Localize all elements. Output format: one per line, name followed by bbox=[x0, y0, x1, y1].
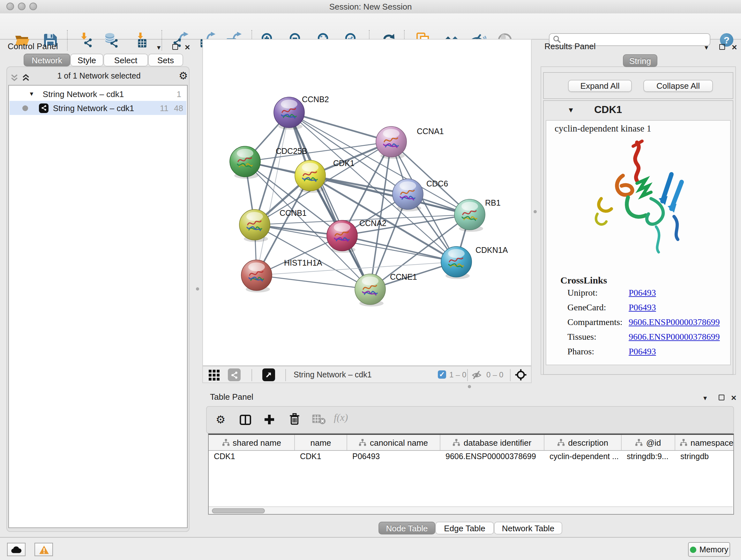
column-header[interactable]: name bbox=[295, 435, 347, 450]
network-edge bbox=[342, 236, 456, 262]
network-options-gear-icon[interactable]: ⚙ bbox=[179, 70, 188, 82]
column-header[interactable]: database identifier bbox=[441, 435, 544, 450]
column-header[interactable]: canonical name bbox=[347, 435, 441, 450]
bottom-splitter-handle[interactable] bbox=[468, 385, 471, 388]
table-panel-float-icon[interactable] bbox=[719, 395, 724, 400]
network-row-selected[interactable]: String Network – cdk1 11 48 bbox=[10, 101, 186, 115]
function-builder-icon[interactable]: f(x) bbox=[334, 412, 348, 423]
show-columns-icon[interactable] bbox=[239, 413, 252, 429]
tab-network-table[interactable]: Network Table bbox=[494, 522, 562, 535]
selected-nodes-checkbox-icon[interactable]: ✓ bbox=[438, 370, 446, 379]
network-node-label: HIST1H1A bbox=[284, 258, 322, 267]
column-header[interactable]: @id bbox=[622, 435, 675, 450]
cell-shared-name[interactable]: CDK1 bbox=[209, 451, 295, 462]
network-edge bbox=[257, 275, 370, 289]
results-panel-close-icon[interactable]: ✕ bbox=[731, 44, 737, 51]
cell-database-identifier[interactable]: 9606.ENSP00000378699 bbox=[441, 451, 544, 462]
network-node-label: RB1 bbox=[485, 198, 501, 207]
results-panel-float-icon[interactable] bbox=[719, 44, 725, 50]
import-network-from-database-icon[interactable] bbox=[104, 32, 120, 49]
network-selection-summary: 1 of 1 Network selected bbox=[38, 71, 159, 80]
delete-column-trash-icon[interactable] bbox=[288, 413, 300, 428]
fit-selection-crosshair-icon[interactable] bbox=[515, 368, 527, 384]
cell-name[interactable]: CDK1 bbox=[295, 451, 347, 462]
crosslink-label: Tissues: bbox=[567, 332, 596, 342]
expand-all-networks-icon[interactable] bbox=[22, 73, 30, 84]
crosslink-link[interactable]: 9606.ENSP00000378699 bbox=[629, 332, 720, 342]
network-node-label: CCNA1 bbox=[417, 127, 444, 136]
tab-node-table[interactable]: Node Table bbox=[379, 522, 435, 535]
import-network-from-file-icon[interactable] bbox=[78, 32, 94, 49]
results-panel-menu-icon[interactable]: ▾ bbox=[704, 44, 708, 51]
node-gloss-highlight bbox=[281, 100, 297, 109]
scrollbar-thumb[interactable] bbox=[212, 508, 265, 513]
right-splitter-handle[interactable] bbox=[534, 210, 537, 213]
crosslink-label: GeneCard: bbox=[567, 303, 606, 313]
delete-table-icon[interactable] bbox=[312, 414, 326, 428]
table-row[interactable]: CDK1 CDK1 P06493 9606.ENSP00000378699 cy… bbox=[209, 451, 733, 462]
network-edge-count: 48 bbox=[174, 103, 183, 113]
open-in-window-icon[interactable] bbox=[262, 368, 275, 381]
table-panel-close-icon[interactable]: ✕ bbox=[731, 394, 737, 401]
table-panel-menu-icon[interactable]: ▾ bbox=[703, 394, 707, 401]
tab-network[interactable]: Network bbox=[23, 54, 70, 66]
protein-structure-image bbox=[562, 137, 715, 271]
column-header[interactable]: shared name bbox=[209, 435, 295, 450]
control-panel-float-icon[interactable] bbox=[172, 44, 178, 50]
node-gloss-highlight bbox=[334, 223, 350, 232]
column-header[interactable]: description bbox=[544, 435, 622, 450]
create-column-icon[interactable] bbox=[263, 413, 276, 428]
table-toolbar: ⚙ f(x) bbox=[206, 406, 734, 434]
tab-sets[interactable]: Sets bbox=[148, 54, 183, 66]
crosslink-link[interactable]: P06493 bbox=[629, 303, 656, 313]
grid-view-icon[interactable] bbox=[209, 370, 219, 383]
crosslink-link[interactable]: P06493 bbox=[629, 347, 656, 357]
gene-expander-icon[interactable]: ▼ bbox=[567, 106, 575, 114]
network-collection-row[interactable]: ▼ String Network – cdk1 1 bbox=[10, 87, 186, 101]
network-canvas[interactable]: CCNB2CCNA1CDC25BCDK1CDC6RB1CCNB1CCNA2CDK… bbox=[203, 40, 531, 365]
tab-string[interactable]: String bbox=[623, 54, 657, 67]
memory-button[interactable]: Memory bbox=[688, 542, 730, 557]
hidden-items-icon bbox=[472, 370, 482, 383]
crosslink-label: Pharos: bbox=[567, 347, 594, 357]
tab-style[interactable]: Style bbox=[70, 54, 104, 66]
tab-edge-table[interactable]: Edge Table bbox=[435, 522, 494, 535]
column-header[interactable]: namespace bbox=[675, 435, 738, 450]
selected-counts: 1 – 0 bbox=[449, 370, 466, 379]
network-node-label: CDKN1A bbox=[475, 246, 508, 254]
import-table-from-file-icon[interactable] bbox=[133, 32, 149, 49]
cell-description[interactable]: cyclin-dependent ... bbox=[544, 451, 622, 462]
cell-id[interactable]: stringdb:9... bbox=[622, 451, 675, 462]
node-table[interactable]: shared name name canonical name database… bbox=[208, 434, 734, 515]
cell-canonical-name[interactable]: P06493 bbox=[347, 451, 441, 462]
network-view-toolbar: String Network – cdk1 ✓ 1 – 0 0 – 0 bbox=[202, 366, 532, 383]
table-settings-gear-icon[interactable]: ⚙ bbox=[216, 413, 226, 427]
network-edge bbox=[257, 112, 289, 275]
collection-expander-icon[interactable]: ▼ bbox=[29, 91, 35, 97]
title-bar: Session: New Session bbox=[0, 0, 741, 14]
left-splitter-handle[interactable] bbox=[196, 287, 199, 291]
cell-namespace[interactable]: stringdb bbox=[675, 451, 738, 462]
cloud-status-button[interactable] bbox=[7, 543, 25, 556]
node-gloss-highlight bbox=[302, 163, 319, 172]
window-title: Session: New Session bbox=[0, 2, 741, 11]
network-type-icon bbox=[39, 103, 49, 113]
control-panel-close-icon[interactable]: ✕ bbox=[185, 44, 190, 51]
collapse-all-networks-icon[interactable] bbox=[10, 73, 18, 84]
crosslink-link[interactable]: 9606.ENSP00000378699 bbox=[629, 317, 720, 327]
expand-all-button[interactable]: Expand All bbox=[568, 80, 632, 92]
collection-label: String Network – cdk1 bbox=[43, 89, 124, 99]
crosslink-link[interactable]: P06493 bbox=[629, 288, 656, 298]
network-view[interactable]: CCNB2CCNA1CDC25BCDK1CDC6RB1CCNB1CCNA2CDK… bbox=[202, 39, 532, 366]
crosslink-label: Compartments: bbox=[567, 317, 623, 327]
table-horizontal-scrollbar[interactable] bbox=[209, 506, 733, 514]
node-gloss-highlight bbox=[400, 181, 416, 190]
control-panel-menu-icon[interactable]: ▾ bbox=[157, 44, 160, 51]
collapse-all-button[interactable]: Collapse All bbox=[643, 80, 713, 92]
node-gloss-highlight bbox=[237, 149, 253, 158]
birds-eye-view-icon[interactable] bbox=[228, 368, 241, 381]
warning-status-button[interactable] bbox=[35, 543, 53, 556]
tab-select[interactable]: Select bbox=[104, 54, 148, 66]
status-bar: Memory bbox=[0, 537, 741, 560]
network-node-label: CDC25B bbox=[276, 146, 307, 155]
